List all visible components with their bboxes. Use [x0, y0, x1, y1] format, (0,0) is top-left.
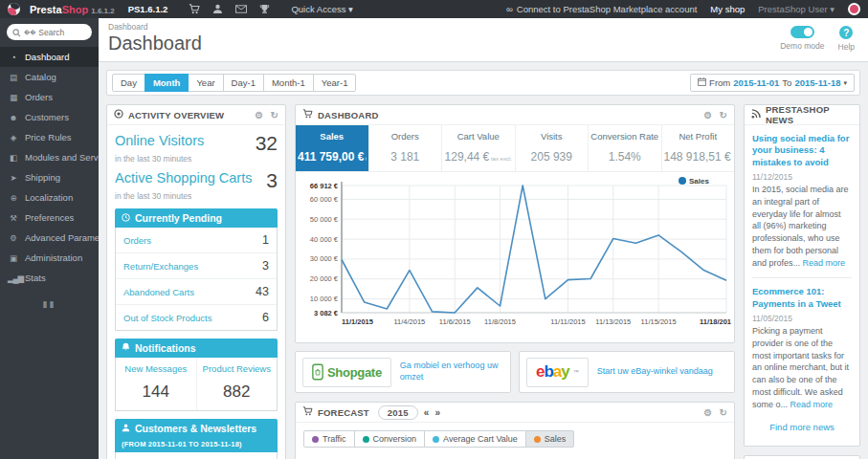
sidebar-item-administration[interactable]: ▣Administration	[0, 248, 99, 268]
range-button-year-1[interactable]: Year-1	[313, 74, 357, 92]
search-input[interactable]	[38, 28, 86, 37]
tips-of-the-day-panel: TIPS OF THE DAY ingenico Payment service…	[744, 455, 860, 459]
panel-title: ACTIVITY OVERVIEW	[128, 110, 224, 120]
user-menu[interactable]: PrestaShop User ▾	[758, 4, 835, 14]
abandoned-carts-link[interactable]: Abandoned Carts	[123, 287, 194, 297]
breadcrumb[interactable]: Dashboard	[108, 22, 858, 32]
news-article-title[interactable]: Using social media for your business: 4 …	[752, 133, 852, 168]
shop-name[interactable]: PS1.6.1.2	[128, 4, 168, 14]
sidebar-item-advanced-parameters[interactable]: ⚙Advanced Parameters	[0, 228, 99, 248]
kpi-label: Orders	[371, 131, 440, 142]
price-rules-icon: ◈	[8, 133, 18, 142]
sidebar-collapse-button[interactable]: ▮▮	[0, 299, 99, 309]
range-button-day[interactable]: Day	[112, 74, 145, 92]
product-reviews-link[interactable]: Product Reviews	[201, 363, 274, 374]
kpi-tab-sales[interactable]: Sales411 759,00 € tax excl.	[296, 125, 369, 171]
online-visitors-link[interactable]: Online Visitors	[115, 133, 204, 148]
range-button-month[interactable]: Month	[145, 74, 189, 92]
sidebar-item-stats[interactable]: ▂▄▆Stats	[0, 268, 99, 288]
help-icon[interactable]: ?	[839, 26, 853, 39]
top-bar: PrestaShop 1.6.1.2 PS1.6.1.2 Quick Acces…	[0, 0, 868, 18]
find-more-news-link[interactable]: Find more news	[752, 410, 852, 438]
return-exchanges-value: 3	[262, 259, 269, 273]
gear-icon[interactable]: ⚙	[703, 407, 712, 418]
sidebar-item-label: Customers	[25, 112, 69, 122]
orders-value: 1	[262, 233, 269, 247]
messages-icon[interactable]	[235, 5, 247, 13]
sidebar-item-localization[interactable]: ⊕Localization	[0, 187, 99, 208]
date-range-picker[interactable]: From 2015-11-01 To 2015-11-18 ▾	[690, 74, 855, 92]
out-of-stock-products-link[interactable]: Out of Stock Products	[123, 313, 211, 323]
svg-text:66 912 €: 66 912 €	[310, 182, 339, 190]
search-scope-caret-icon[interactable]: ��	[24, 29, 35, 35]
sales-line-chart: 66 912 €60 000 €50 000 €40 000 €30 000 €…	[296, 172, 732, 342]
to-date: 2015-11-18	[794, 77, 840, 88]
sidebar-item-preferences[interactable]: ⚒Preferences	[0, 208, 99, 228]
kpi-tab-conversion-rate[interactable]: Conversion Rate1.54%	[589, 125, 662, 171]
dashboard-panel: DASHBOARD ⚙↻ Sales411 759,00 € tax excl.…	[295, 104, 735, 343]
sidebar-item-dashboard[interactable]: ◔Dashboard	[0, 47, 99, 67]
return-exchanges-link[interactable]: Return/Exchanges	[123, 261, 198, 272]
news-article-title[interactable]: Ecommerce 101: Payments in a Tweet	[752, 286, 852, 310]
new-messages-link[interactable]: New Messages	[120, 363, 192, 374]
orders-link[interactable]: Orders	[123, 235, 151, 246]
next-year-button[interactable]: »	[435, 407, 441, 418]
forecast-metric-conversion[interactable]: Conversion	[354, 430, 426, 448]
table-row-return-exchanges: Return/Exchanges3	[116, 253, 277, 279]
orders-icon: ▦	[8, 93, 18, 102]
ebay-ad-link[interactable]: Start uw eBay-winkel vandaag	[597, 366, 713, 378]
forecast-metric-traffic[interactable]: Traffic	[303, 430, 355, 448]
sidebar-item-shipping[interactable]: ➤Shipping	[0, 167, 99, 187]
stats-icon: ▂▄▆	[8, 273, 18, 283]
news-article: Using social media for your business: 4 …	[752, 125, 852, 269]
news-article-excerpt: In 2015, social media are an integral pa…	[752, 184, 852, 269]
read-more-link[interactable]: Read more	[790, 400, 834, 409]
sidebar-search[interactable]: ��	[7, 24, 92, 40]
svg-text:11/11/2015: 11/11/2015	[550, 317, 585, 326]
activity-overview-panel: ACTIVITY OVERVIEW ⚙↻ Online Visitors 32 …	[106, 104, 286, 459]
sidebar-item-label: Modules and Services	[25, 152, 99, 163]
read-more-link[interactable]: Read more	[803, 258, 846, 268]
refresh-icon[interactable]: ↻	[719, 110, 727, 120]
gear-icon[interactable]: ⚙	[703, 110, 712, 120]
kpi-tab-visits[interactable]: Visits205 939	[516, 125, 590, 171]
sidebar-menu: ◔Dashboard▤Catalog▦Orders☻Customers◈Pric…	[0, 47, 99, 288]
trophy-icon[interactable]	[259, 4, 270, 14]
sidebar-item-label: Stats	[25, 273, 46, 283]
help-button[interactable]: ? Help	[838, 26, 855, 52]
sidebar-item-catalog[interactable]: ▤Catalog	[0, 67, 99, 87]
gear-icon[interactable]: ⚙	[255, 110, 263, 120]
sidebar-item-price-rules[interactable]: ◈Price Rules	[0, 127, 99, 147]
toggle-icon[interactable]	[790, 26, 814, 38]
forecast-metric-sales[interactable]: Sales	[525, 430, 575, 448]
range-button-day-1[interactable]: Day-1	[223, 74, 264, 92]
active-carts-link[interactable]: Active Shopping Carts	[115, 170, 252, 186]
employee-icon[interactable]	[212, 4, 223, 14]
new-messages-value: 144	[120, 382, 192, 402]
kpi-tab-orders[interactable]: Orders3 181	[369, 125, 443, 171]
user-avatar[interactable]	[848, 3, 860, 15]
sidebar-item-modules-and-services[interactable]: ◧Modules and Services	[0, 147, 99, 167]
shopgate-ad-link[interactable]: Ga mobiel en verhoog uw omzet	[400, 361, 503, 382]
administration-icon: ▣	[8, 253, 18, 263]
my-shop-link[interactable]: My shop	[710, 4, 745, 14]
quick-access-menu[interactable]: Quick Access ▾	[291, 4, 352, 14]
range-button-year[interactable]: Year	[188, 74, 223, 92]
refresh-icon[interactable]: ↻	[270, 110, 278, 120]
demo-mode-toggle[interactable]: Demo mode	[780, 26, 824, 52]
range-button-month-1[interactable]: Month-1	[263, 74, 314, 92]
forecast-metric-average-cart-value[interactable]: Average Cart Value	[424, 430, 526, 448]
previous-year-button[interactable]: «	[424, 407, 430, 418]
kpi-tab-cart-value[interactable]: Cart Value129,44 € tax excl.	[442, 125, 516, 171]
kpi-tab-net-profit[interactable]: Net Profit148 918,51 € tax excl.	[662, 125, 735, 171]
sidebar-item-orders[interactable]: ▦Orders	[0, 87, 99, 107]
sidebar-item-customers[interactable]: ☻Customers	[0, 107, 99, 127]
cart-icon[interactable]	[189, 4, 200, 14]
localization-icon: ⊕	[8, 193, 18, 203]
marketplace-link[interactable]: ∞Connect to PrestaShop Marketplace accou…	[506, 4, 697, 14]
svg-text:3 082 €: 3 082 €	[314, 309, 339, 317]
refresh-icon[interactable]: ↻	[719, 407, 727, 418]
rss-icon	[751, 109, 761, 120]
prestashop-logo-icon	[8, 3, 20, 15]
range-button-group: DayMonthYearDay-1Month-1Year-1	[112, 74, 356, 92]
